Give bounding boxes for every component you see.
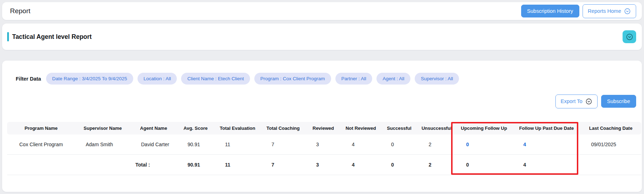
table-cell: 3 [305,134,341,154]
column-header: Not Reviewed [341,122,380,134]
filter-chip[interactable]: Location : All [138,73,177,85]
column-header: Last Coaching Date [580,122,641,134]
filter-chip[interactable]: Program : Cox Client Program [254,73,331,85]
column-header: Successful [380,122,418,134]
table-row: Cox Client ProgramAdam SmithDavid Carter… [7,134,641,154]
table-cell: 2 [418,134,455,154]
filter-chip[interactable]: Supervisor : All [415,73,459,85]
top-bar-actions: Subscription History Reports Home [521,4,636,18]
filter-data-label: Filter Data [16,76,41,82]
total-cell: 0 [380,154,418,175]
table-cell: 4 [341,134,380,154]
section-title: Tactical Agent level Report [12,33,92,41]
total-cell: 11 [214,154,261,175]
table-cell: David Carter [130,134,177,154]
total-cell: 3 [305,154,341,175]
filter-chip[interactable]: Partner : All [335,73,373,85]
column-header: Supervisor Name [75,122,130,134]
reports-home-button[interactable]: Reports Home [583,4,636,18]
total-cell: 7 [261,154,305,175]
total-cell: 0 [455,154,513,175]
reports-home-label: Reports Home [588,9,621,14]
export-to-label: Export To [561,99,583,104]
table-cell: 09/01/2025 [580,134,641,154]
chevron-down-circle-icon [626,33,633,41]
total-cell [75,154,130,175]
subscribe-button[interactable]: Subscribe [601,95,636,108]
filter-chip[interactable]: Agent : All [376,73,410,85]
table-cell: 11 [214,134,261,154]
filter-chip[interactable]: Client Name : Etech Client [181,73,250,85]
agent-report-table: Program NameSupervisor NameAgent NameAvg… [7,122,641,175]
section-accent-bar [7,32,9,41]
total-cell [7,154,75,175]
table-cell: 7 [261,134,305,154]
collapse-section-button[interactable] [623,30,636,43]
column-header: Follow Up Past Due Date [513,122,580,134]
total-cell: 90.91 [177,154,214,175]
total-cell [580,154,641,175]
page-root: Report Subscription History Reports Home… [0,0,644,194]
column-header: Agent Name [130,122,177,134]
total-label: Total : [130,154,177,175]
table-cell: Adam Smith [75,134,130,154]
table-body: Cox Client ProgramAdam SmithDavid Carter… [7,134,641,175]
column-header: Upcoming Follow Up [455,122,513,134]
report-body-card: Filter Data Date Range : 3/4/2025 To 9/4… [2,61,642,192]
total-cell: 4 [341,154,380,175]
column-header: Program Name [7,122,75,134]
total-cell: 2 [418,154,455,175]
total-cell: 4 [513,154,580,175]
table-cell: 0 [380,134,418,154]
chevron-down-circle-icon [585,98,592,105]
column-header: Avg. Score [177,122,214,134]
column-header: Total Evaluation [214,122,261,134]
subscribe-label: Subscribe [607,99,630,104]
export-to-button[interactable]: Export To [555,95,598,108]
subscription-history-button[interactable]: Subscription History [521,5,579,18]
table-cell: 90.91 [177,134,214,154]
table-cell-link[interactable]: 0 [455,134,513,154]
top-bar: Report Subscription History Reports Home [2,2,642,20]
filter-chips: Date Range : 3/4/2025 To 9/4/2025Locatio… [46,73,459,85]
table-total-row: Total :90.91117340204 [7,154,641,175]
filter-chip[interactable]: Date Range : 3/4/2025 To 9/4/2025 [46,73,133,85]
column-header: Total Coaching [261,122,305,134]
table-header-row: Program NameSupervisor NameAgent NameAvg… [7,122,641,134]
subscription-history-label: Subscription History [527,9,573,14]
filter-row: Filter Data Date Range : 3/4/2025 To 9/4… [2,73,642,85]
table-cell-link[interactable]: 4 [513,134,580,154]
table-actions-row: Export To Subscribe [2,95,642,108]
chevron-down-circle-icon [624,8,631,15]
table-cell: Cox Client Program [7,134,75,154]
column-header: Reviewed [305,122,341,134]
page-title: Report [10,7,30,15]
report-section-header: Tactical Agent level Report [2,24,642,50]
column-header: Unsuccessful [418,122,455,134]
